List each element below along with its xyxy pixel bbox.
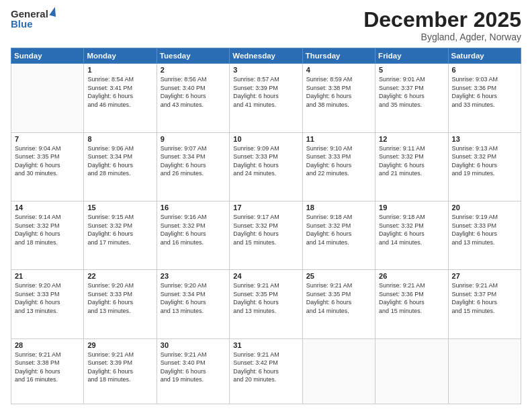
day-info: Sunrise: 9:04 AMSunset: 3:35 PMDaylight:… [15, 144, 80, 178]
table-row: 9Sunrise: 9:07 AMSunset: 3:34 PMDaylight… [157, 132, 229, 201]
table-row: 22Sunrise: 9:20 AMSunset: 3:33 PMDayligh… [84, 270, 157, 338]
calendar-week-row: 14Sunrise: 9:14 AMSunset: 3:32 PMDayligh… [11, 201, 521, 269]
day-info: Sunrise: 8:54 AMSunset: 3:41 PMDaylight:… [87, 75, 152, 109]
day-info: Sunrise: 9:03 AMSunset: 3:36 PMDaylight:… [452, 75, 517, 109]
table-row: 26Sunrise: 9:21 AMSunset: 3:36 PMDayligh… [375, 270, 448, 338]
day-number: 14 [15, 203, 80, 212]
day-number: 18 [306, 203, 371, 212]
day-info: Sunrise: 9:13 AMSunset: 3:32 PMDaylight:… [452, 144, 517, 178]
day-number: 2 [161, 66, 226, 74]
table-row [11, 64, 84, 132]
table-row: 19Sunrise: 9:18 AMSunset: 3:32 PMDayligh… [375, 201, 448, 269]
table-row [302, 338, 375, 404]
table-row: 5Sunrise: 9:01 AMSunset: 3:37 PMDaylight… [375, 64, 448, 132]
col-friday: Friday [375, 48, 448, 64]
day-info: Sunrise: 9:14 AMSunset: 3:32 PMDaylight:… [15, 213, 80, 246]
day-number: 26 [379, 272, 444, 280]
logo: General Blue [11, 8, 57, 30]
day-number: 4 [306, 66, 371, 74]
table-row: 11Sunrise: 9:10 AMSunset: 3:33 PMDayligh… [302, 132, 375, 201]
day-number: 28 [15, 341, 80, 349]
table-row: 20Sunrise: 9:19 AMSunset: 3:33 PMDayligh… [448, 201, 521, 269]
day-number: 25 [306, 272, 371, 280]
day-number: 24 [233, 272, 298, 280]
day-info: Sunrise: 9:20 AMSunset: 3:33 PMDaylight:… [87, 281, 152, 315]
day-number: 15 [87, 203, 152, 212]
day-number: 31 [233, 341, 298, 349]
day-number: 17 [233, 203, 298, 212]
title-location: Bygland, Agder, Norway [363, 32, 521, 42]
day-info: Sunrise: 9:21 AMSunset: 3:40 PMDaylight:… [161, 351, 226, 384]
calendar-week-row: 21Sunrise: 9:20 AMSunset: 3:33 PMDayligh… [11, 270, 521, 338]
table-row: 30Sunrise: 9:21 AMSunset: 3:40 PMDayligh… [157, 338, 229, 404]
day-info: Sunrise: 9:21 AMSunset: 3:36 PMDaylight:… [379, 281, 444, 315]
table-row: 16Sunrise: 9:16 AMSunset: 3:32 PMDayligh… [157, 201, 229, 269]
day-number: 11 [306, 135, 371, 143]
table-row: 15Sunrise: 9:15 AMSunset: 3:32 PMDayligh… [84, 201, 157, 269]
day-info: Sunrise: 9:06 AMSunset: 3:34 PMDaylight:… [87, 144, 152, 178]
table-row [448, 338, 521, 404]
day-info: Sunrise: 9:09 AMSunset: 3:33 PMDaylight:… [233, 144, 298, 178]
table-row: 10Sunrise: 9:09 AMSunset: 3:33 PMDayligh… [230, 132, 302, 201]
table-row: 31Sunrise: 9:21 AMSunset: 3:42 PMDayligh… [230, 338, 302, 404]
calendar-header-row: Sunday Monday Tuesday Wednesday Thursday… [11, 48, 521, 64]
day-number: 27 [452, 272, 517, 280]
day-number: 10 [233, 135, 298, 143]
day-info: Sunrise: 9:01 AMSunset: 3:37 PMDaylight:… [379, 75, 444, 109]
day-info: Sunrise: 9:21 AMSunset: 3:38 PMDaylight:… [15, 351, 80, 384]
day-number: 16 [161, 203, 226, 212]
day-info: Sunrise: 9:18 AMSunset: 3:32 PMDaylight:… [379, 213, 444, 246]
title-block: December 2025 Bygland, Agder, Norway [363, 8, 521, 42]
page: General Blue December 2025 Bygland, Agde… [0, 0, 532, 411]
table-row: 8Sunrise: 9:06 AMSunset: 3:34 PMDaylight… [84, 132, 157, 201]
table-row: 17Sunrise: 9:17 AMSunset: 3:32 PMDayligh… [230, 201, 302, 269]
day-info: Sunrise: 9:20 AMSunset: 3:34 PMDaylight:… [161, 281, 226, 315]
day-info: Sunrise: 9:11 AMSunset: 3:32 PMDaylight:… [379, 144, 444, 178]
col-thursday: Thursday [302, 48, 375, 64]
table-row: 28Sunrise: 9:21 AMSunset: 3:38 PMDayligh… [11, 338, 84, 404]
table-row [375, 338, 448, 404]
day-number: 19 [379, 203, 444, 212]
day-number: 7 [15, 135, 80, 143]
table-row: 6Sunrise: 9:03 AMSunset: 3:36 PMDaylight… [448, 64, 521, 132]
day-number: 20 [452, 203, 517, 212]
col-sunday: Sunday [11, 48, 84, 64]
table-row: 24Sunrise: 9:21 AMSunset: 3:35 PMDayligh… [230, 270, 302, 338]
title-month: December 2025 [363, 8, 521, 32]
day-number: 23 [161, 272, 226, 280]
day-number: 8 [87, 135, 152, 143]
day-info: Sunrise: 9:10 AMSunset: 3:33 PMDaylight:… [306, 144, 371, 178]
day-number: 13 [452, 135, 517, 143]
day-number: 3 [233, 66, 298, 74]
day-info: Sunrise: 9:21 AMSunset: 3:37 PMDaylight:… [452, 281, 517, 315]
day-number: 22 [87, 272, 152, 280]
header: General Blue December 2025 Bygland, Agde… [11, 8, 521, 42]
day-number: 1 [87, 66, 152, 74]
day-info: Sunrise: 8:59 AMSunset: 3:38 PMDaylight:… [306, 75, 371, 109]
day-info: Sunrise: 9:16 AMSunset: 3:32 PMDaylight:… [161, 213, 226, 246]
col-saturday: Saturday [448, 48, 521, 64]
day-number: 21 [15, 272, 80, 280]
calendar-week-row: 1Sunrise: 8:54 AMSunset: 3:41 PMDaylight… [11, 64, 521, 132]
day-info: Sunrise: 9:21 AMSunset: 3:35 PMDaylight:… [306, 281, 371, 315]
day-info: Sunrise: 9:18 AMSunset: 3:32 PMDaylight:… [306, 213, 371, 246]
table-row: 27Sunrise: 9:21 AMSunset: 3:37 PMDayligh… [448, 270, 521, 338]
day-info: Sunrise: 9:15 AMSunset: 3:32 PMDaylight:… [87, 213, 152, 246]
day-info: Sunrise: 9:19 AMSunset: 3:33 PMDaylight:… [452, 213, 517, 246]
day-info: Sunrise: 9:07 AMSunset: 3:34 PMDaylight:… [161, 144, 226, 178]
day-number: 29 [87, 341, 152, 349]
col-wednesday: Wednesday [230, 48, 302, 64]
day-number: 12 [379, 135, 444, 143]
table-row: 3Sunrise: 8:57 AMSunset: 3:39 PMDaylight… [230, 64, 302, 132]
day-info: Sunrise: 8:57 AMSunset: 3:39 PMDaylight:… [233, 75, 298, 109]
day-number: 9 [161, 135, 226, 143]
table-row: 12Sunrise: 9:11 AMSunset: 3:32 PMDayligh… [375, 132, 448, 201]
table-row: 1Sunrise: 8:54 AMSunset: 3:41 PMDaylight… [84, 64, 157, 132]
day-number: 30 [161, 341, 226, 349]
table-row: 14Sunrise: 9:14 AMSunset: 3:32 PMDayligh… [11, 201, 84, 269]
day-info: Sunrise: 9:20 AMSunset: 3:33 PMDaylight:… [15, 281, 80, 315]
col-tuesday: Tuesday [157, 48, 229, 64]
table-row: 29Sunrise: 9:21 AMSunset: 3:39 PMDayligh… [84, 338, 157, 404]
day-info: Sunrise: 9:21 AMSunset: 3:42 PMDaylight:… [233, 351, 298, 384]
table-row: 7Sunrise: 9:04 AMSunset: 3:35 PMDaylight… [11, 132, 84, 201]
